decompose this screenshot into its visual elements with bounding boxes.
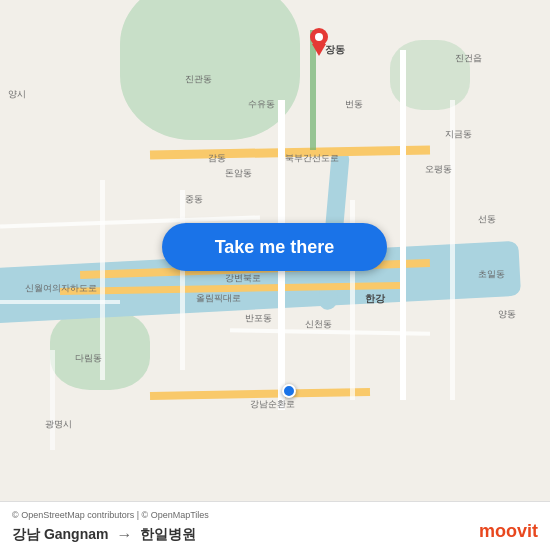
destination-pin bbox=[309, 28, 329, 60]
label-jingwandong: 진관동 bbox=[185, 73, 212, 86]
label-yangdong: 양동 bbox=[498, 308, 516, 321]
road-sm-7 bbox=[50, 350, 55, 450]
road-sm-3 bbox=[180, 190, 185, 370]
moovit-logo: moovit bbox=[479, 521, 538, 542]
green-area-1 bbox=[120, 0, 300, 140]
route-to: 한일병원 bbox=[140, 526, 196, 544]
label-gwangmyeongsi: 광명시 bbox=[45, 418, 72, 431]
label-banpodong: 반포동 bbox=[245, 312, 272, 325]
current-location-dot bbox=[282, 384, 296, 398]
label-gangnamsunh: 강남순환로 bbox=[250, 398, 295, 411]
route-from: 강남 Gangnam bbox=[12, 526, 108, 544]
label-olympic: 올림픽대로 bbox=[196, 292, 241, 305]
svg-point-2 bbox=[315, 33, 323, 41]
label-sincheon: 신천동 bbox=[305, 318, 332, 331]
label-gamdong: 감동 bbox=[208, 152, 226, 165]
label-jungdong: 중동 bbox=[185, 193, 203, 206]
label-buganseon: 북부간선도로 bbox=[285, 152, 339, 165]
label-beondong: 번동 bbox=[345, 98, 363, 111]
label-yangsi: 양시 bbox=[8, 88, 26, 101]
label-jingeoneup: 진건읍 bbox=[455, 52, 482, 65]
map-container: 양시 진관동 수유동 장동 진건읍 번동 북부간선도로 감동 돈암동 중동 중랑… bbox=[0, 0, 550, 550]
label-jigeumdong: 지금동 bbox=[445, 128, 472, 141]
label-opyeongdong: 오평동 bbox=[425, 163, 452, 176]
label-seondong: 선동 bbox=[478, 213, 496, 226]
label-suyudong: 수유동 bbox=[248, 98, 275, 111]
road-sm-6 bbox=[0, 300, 120, 304]
route-info: 강남 Gangnam → 한일병원 bbox=[12, 526, 538, 544]
label-sinwol: 신월여의자하도로 bbox=[25, 282, 97, 295]
label-hangang: 한강 bbox=[365, 292, 385, 306]
route-arrow: → bbox=[116, 526, 132, 544]
bottom-bar: © OpenStreetMap contributors | © OpenMap… bbox=[0, 501, 550, 550]
svg-marker-1 bbox=[312, 44, 326, 56]
take-me-there-button[interactable]: Take me there bbox=[162, 223, 387, 271]
road-sm-2 bbox=[100, 180, 105, 380]
label-donamdong: 돈암동 bbox=[225, 167, 252, 180]
label-choildong: 초일동 bbox=[478, 268, 505, 281]
button-label: Take me there bbox=[215, 237, 335, 258]
attribution-text: © OpenStreetMap contributors | © OpenMap… bbox=[12, 510, 538, 520]
label-gangbyeon: 강변북로 bbox=[225, 272, 261, 285]
road-sm-5 bbox=[450, 100, 455, 400]
label-darimdong: 다림동 bbox=[75, 352, 102, 365]
road-vertical-right bbox=[400, 50, 406, 400]
